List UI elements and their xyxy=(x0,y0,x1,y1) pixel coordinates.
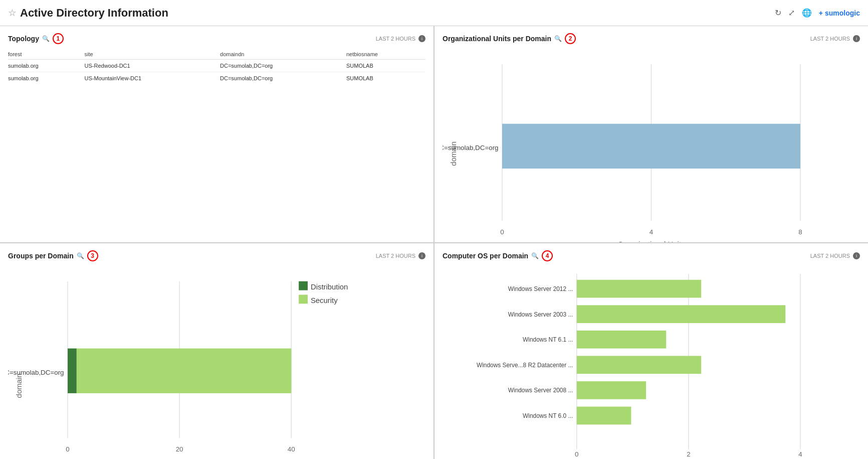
topology-badge: 1 xyxy=(53,33,64,44)
svg-rect-31 xyxy=(577,330,667,348)
computer-os-info-icon[interactable]: i xyxy=(853,252,860,259)
groups-panel-header: Groups per Domain 🔍 3 LAST 2 HOURS i xyxy=(8,250,425,261)
computer-os-badge: 4 xyxy=(542,250,553,261)
svg-text:domain: domain xyxy=(15,373,23,398)
svg-text:Distribution: Distribution xyxy=(311,283,348,291)
topology-panel-header: Topology 🔍 1 LAST 2 HOURS i xyxy=(8,33,425,44)
svg-text:40: 40 xyxy=(288,445,295,452)
svg-text:4: 4 xyxy=(649,228,654,236)
computer-os-search-icon[interactable]: 🔍 xyxy=(531,252,539,259)
header-actions: ↻ ⤢ 🌐 + sumologic xyxy=(775,8,860,18)
svg-text:Security: Security xyxy=(311,296,338,304)
page-title-text: Active Directory Information xyxy=(20,7,168,20)
topology-title: Topology xyxy=(8,35,39,43)
refresh-icon[interactable]: ↻ xyxy=(775,8,781,18)
table-cell: DC=sumolab,DC=org xyxy=(220,72,346,85)
topology-table: forest site domaindn netbiosname sumolab… xyxy=(8,49,425,84)
computer-os-chart-svg: Windows Server 2012 ... Windows Server 2… xyxy=(443,266,860,460)
topology-time-range: LAST 2 HOURS xyxy=(376,36,415,42)
computer-os-panel-header: Computer OS per Domain 🔍 4 LAST 2 HOURS … xyxy=(443,250,860,261)
share-icon[interactable]: 🌐 xyxy=(802,8,812,18)
ou-meta: LAST 2 HOURS i xyxy=(810,35,860,42)
topology-search-icon[interactable]: 🔍 xyxy=(42,35,50,42)
svg-text:0: 0 xyxy=(66,445,69,452)
groups-info-icon[interactable]: i xyxy=(418,252,425,259)
svg-text:Windows Server 2008 ...: Windows Server 2008 ... xyxy=(508,387,573,394)
topology-panel: Topology 🔍 1 LAST 2 HOURS i forest site … xyxy=(0,26,433,242)
computer-os-meta: LAST 2 HOURS i xyxy=(810,252,860,259)
table-cell: sumolab.org xyxy=(8,72,85,85)
groups-title: Groups per Domain xyxy=(8,252,74,260)
sumo-logo-text: sumologic xyxy=(825,9,860,17)
svg-rect-29 xyxy=(577,305,786,323)
ou-chart-area: domain DC=sumolab,DC=org 0 4 8 Organizat… xyxy=(443,49,860,242)
ou-time-range: LAST 2 HOURS xyxy=(810,36,850,42)
table-cell: SUMOLAB xyxy=(346,60,425,72)
table-row: sumolab.orgUS-Redwood-DC1DC=sumolab,DC=o… xyxy=(8,60,425,72)
svg-text:0: 0 xyxy=(500,228,504,236)
svg-text:20: 20 xyxy=(176,445,183,452)
col-domaindn: domaindn xyxy=(220,49,346,60)
sumo-logic-logo: + sumologic xyxy=(819,9,860,17)
groups-chart-area: Distribution Security domain DC=sumolab,… xyxy=(8,266,425,460)
svg-text:Windows NT 6.1 ...: Windows NT 6.1 ... xyxy=(523,336,573,343)
svg-rect-37 xyxy=(577,406,631,424)
dashboard-grid: Topology 🔍 1 LAST 2 HOURS i forest site … xyxy=(0,26,868,459)
ou-search-icon[interactable]: 🔍 xyxy=(554,35,562,42)
ou-info-icon[interactable]: i xyxy=(853,35,860,42)
svg-text:DC=sumolab,DC=org: DC=sumolab,DC=org xyxy=(443,144,499,151)
groups-meta: LAST 2 HOURS i xyxy=(376,252,425,259)
svg-text:Organizational Units: Organizational Units xyxy=(618,240,685,242)
ou-title-row: Organizational Units per Domain 🔍 2 xyxy=(443,33,576,44)
computer-os-panel: Computer OS per Domain 🔍 4 LAST 2 HOURS … xyxy=(435,243,868,460)
ou-chart-svg: domain DC=sumolab,DC=org 0 4 8 Organizat… xyxy=(443,49,860,242)
svg-text:Windows Serve...8 R2 Datacente: Windows Serve...8 R2 Datacenter ... xyxy=(477,361,573,368)
topology-meta: LAST 2 HOURS i xyxy=(376,35,425,42)
page-title: ☆ Active Directory Information xyxy=(8,7,168,20)
computer-os-title-row: Computer OS per Domain 🔍 4 xyxy=(443,250,553,261)
svg-rect-12 xyxy=(299,294,308,303)
ou-badge: 2 xyxy=(565,33,576,44)
svg-text:8: 8 xyxy=(798,228,802,236)
svg-text:Windows NT 6.0 ...: Windows NT 6.0 ... xyxy=(523,412,573,419)
svg-text:4: 4 xyxy=(798,450,802,458)
ou-title: Organizational Units per Domain xyxy=(443,35,551,43)
table-cell: DC=sumolab,DC=org xyxy=(220,60,346,72)
svg-rect-10 xyxy=(299,281,308,290)
svg-text:Windows Server 2012 ...: Windows Server 2012 ... xyxy=(508,285,573,292)
groups-badge: 3 xyxy=(87,250,98,261)
groups-search-icon[interactable]: 🔍 xyxy=(77,252,84,259)
col-netbiosname: netbiosname xyxy=(346,49,425,60)
sumo-plus-icon: + xyxy=(819,9,823,17)
svg-rect-27 xyxy=(577,279,701,297)
groups-chart-svg: Distribution Security domain DC=sumolab,… xyxy=(8,266,425,460)
svg-text:2: 2 xyxy=(687,450,690,458)
favorite-star-icon[interactable]: ☆ xyxy=(8,8,16,19)
ou-panel-header: Organizational Units per Domain 🔍 2 LAST… xyxy=(443,33,860,44)
table-cell: sumolab.org xyxy=(8,60,85,72)
computer-os-title: Computer OS per Domain xyxy=(443,252,528,260)
svg-text:DC=sumolab,DC=org: DC=sumolab,DC=org xyxy=(8,368,64,376)
svg-rect-33 xyxy=(577,356,701,374)
groups-panel: Groups per Domain 🔍 3 LAST 2 HOURS i Dis… xyxy=(0,243,433,460)
svg-text:0: 0 xyxy=(575,450,578,458)
topology-table-header-row: forest site domaindn netbiosname xyxy=(8,49,425,60)
topology-info-icon[interactable]: i xyxy=(418,35,425,42)
computer-os-time-range: LAST 2 HOURS xyxy=(810,253,850,259)
svg-rect-35 xyxy=(577,381,646,399)
app-header: ☆ Active Directory Information ↻ ⤢ 🌐 + s… xyxy=(0,0,868,26)
table-row: sumolab.orgUS-MountainView-DC1DC=sumolab… xyxy=(8,72,425,85)
table-cell: US-MountainView-DC1 xyxy=(85,72,220,85)
table-cell: US-Redwood-DC1 xyxy=(85,60,220,72)
svg-rect-4 xyxy=(502,124,800,169)
col-site: site xyxy=(85,49,220,60)
expand-icon[interactable]: ⤢ xyxy=(788,8,795,18)
table-cell: SUMOLAB xyxy=(346,72,425,85)
topology-title-row: Topology 🔍 1 xyxy=(8,33,64,44)
computer-os-chart-area: Windows Server 2012 ... Windows Server 2… xyxy=(443,266,860,460)
groups-time-range: LAST 2 HOURS xyxy=(376,253,415,259)
svg-text:Windows Server 2003 ...: Windows Server 2003 ... xyxy=(508,311,573,318)
svg-rect-19 xyxy=(77,348,291,393)
ou-panel: Organizational Units per Domain 🔍 2 LAST… xyxy=(435,26,868,242)
groups-title-row: Groups per Domain 🔍 3 xyxy=(8,250,98,261)
